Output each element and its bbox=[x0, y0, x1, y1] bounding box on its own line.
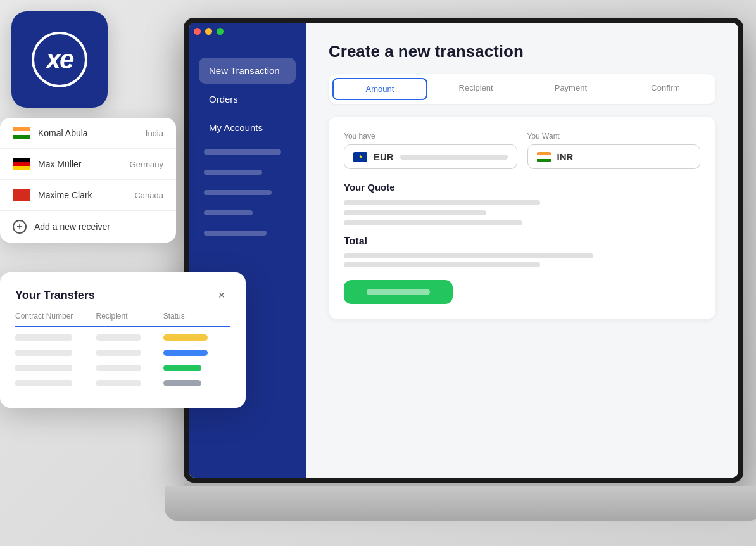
sidebar-item-new-transaction[interactable]: New Transaction bbox=[199, 58, 296, 84]
skeleton-bar bbox=[15, 365, 72, 371]
receiver-item-1[interactable]: Komal Abula India bbox=[0, 118, 176, 149]
transfers-title: Your Transfers bbox=[15, 289, 95, 302]
skeleton-bar bbox=[15, 334, 72, 341]
table-row bbox=[15, 380, 230, 386]
tab-recipient[interactable]: Recipient bbox=[430, 78, 522, 100]
from-currency-input[interactable]: ★ EUR bbox=[344, 144, 517, 169]
col-header-status: Status bbox=[163, 312, 230, 321]
close-button[interactable]: × bbox=[213, 286, 230, 304]
xe-logo-text: xe bbox=[46, 44, 73, 75]
sidebar-skeleton-4 bbox=[204, 210, 253, 215]
laptop-inner: New Transaction Orders My Accounts Creat… bbox=[189, 23, 738, 478]
receiver-country-2: Germany bbox=[130, 160, 163, 169]
from-currency-code: EUR bbox=[374, 151, 394, 162]
tab-payment[interactable]: Payment bbox=[525, 78, 617, 100]
quote-title: Your Quote bbox=[344, 182, 700, 193]
currency-row: You have ★ EUR You Want bbox=[344, 132, 700, 169]
laptop-screen: New Transaction Orders My Accounts Creat… bbox=[184, 18, 743, 483]
xe-logo-circle: xe bbox=[32, 32, 87, 87]
plus-icon: + bbox=[13, 220, 27, 234]
sidebar-skeleton-3 bbox=[204, 190, 272, 195]
traffic-light-yellow[interactable] bbox=[205, 28, 212, 35]
traffic-lights bbox=[194, 28, 224, 35]
from-amount-bar bbox=[400, 155, 508, 160]
total-line-1 bbox=[344, 253, 593, 258]
to-currency-input[interactable]: INR bbox=[527, 144, 701, 169]
step-tabs: Amount Recipient Payment Confirm bbox=[329, 74, 715, 104]
sidebar-item-my-accounts[interactable]: My Accounts bbox=[199, 115, 296, 141]
flag-germany-icon bbox=[13, 158, 30, 170]
quote-line-2 bbox=[344, 210, 486, 215]
traffic-light-red[interactable] bbox=[194, 28, 201, 35]
receiver-country-1: India bbox=[146, 129, 163, 138]
transfers-table: Contract Number Recipient Status bbox=[0, 312, 246, 408]
status-badge-yellow bbox=[163, 334, 208, 341]
skeleton-bar bbox=[15, 350, 72, 356]
you-want-label: You Want bbox=[527, 132, 701, 141]
status-badge-blue bbox=[163, 350, 208, 356]
skeleton-bar bbox=[96, 334, 141, 341]
laptop-frame: New Transaction Orders My Accounts Creat… bbox=[184, 18, 743, 521]
transfers-header: Your Transfers × bbox=[0, 272, 246, 312]
tab-amount[interactable]: Amount bbox=[332, 78, 427, 100]
receiver-name-1: Komal Abula bbox=[38, 128, 146, 138]
page-title: Create a new transaction bbox=[329, 42, 715, 61]
receiver-name-3: Maxime Clark bbox=[38, 190, 134, 200]
table-headers: Contract Number Recipient Status bbox=[15, 312, 230, 327]
sidebar-item-orders[interactable]: Orders bbox=[199, 86, 296, 112]
laptop-base bbox=[165, 486, 756, 521]
table-row bbox=[15, 350, 230, 356]
sidebar: New Transaction Orders My Accounts bbox=[189, 23, 306, 478]
eu-flag-icon: ★ bbox=[353, 152, 367, 162]
traffic-light-green[interactable] bbox=[217, 28, 224, 35]
add-receiver-label: Add a new receiver bbox=[34, 222, 110, 232]
transfers-modal: Your Transfers × Contract Number Recipie… bbox=[0, 272, 246, 408]
sidebar-skeleton-5 bbox=[204, 231, 267, 236]
transaction-card: You have ★ EUR You Want bbox=[329, 117, 715, 319]
status-badge-green bbox=[163, 365, 201, 371]
flag-india-icon bbox=[13, 127, 30, 139]
to-currency-code: INR bbox=[557, 151, 574, 162]
col-header-recipient: Recipient bbox=[96, 312, 163, 321]
tab-confirm[interactable]: Confirm bbox=[619, 78, 712, 100]
from-currency-col: You have ★ EUR bbox=[344, 132, 517, 169]
you-have-label: You have bbox=[344, 132, 517, 141]
to-currency-col: You Want INR bbox=[527, 132, 701, 169]
quote-line-1 bbox=[344, 200, 540, 205]
main-content: Create a new transaction Amount Recipien… bbox=[306, 23, 738, 478]
receiver-item-2[interactable]: Max Müller Germany bbox=[0, 149, 176, 180]
skeleton-bar bbox=[96, 365, 141, 371]
table-row bbox=[15, 365, 230, 371]
sidebar-skeleton-2 bbox=[204, 170, 262, 175]
xe-logo-card: xe bbox=[11, 11, 108, 108]
total-section: Total bbox=[344, 236, 700, 267]
col-header-contract: Contract Number bbox=[15, 312, 96, 321]
flag-canada-icon bbox=[13, 189, 30, 201]
quote-section: Your Quote bbox=[344, 182, 700, 225]
receiver-country-3: Canada bbox=[134, 191, 163, 200]
receivers-card: Komal Abula India Max Müller Germany Max… bbox=[0, 118, 176, 243]
sidebar-skeleton-1 bbox=[204, 149, 281, 155]
receiver-name-2: Max Müller bbox=[38, 159, 130, 169]
add-receiver-button[interactable]: + Add a new receiver bbox=[0, 211, 176, 243]
total-line-2 bbox=[344, 262, 540, 267]
inr-flag-icon bbox=[537, 152, 551, 162]
skeleton-bar bbox=[96, 350, 141, 356]
total-label: Total bbox=[344, 236, 700, 247]
skeleton-bar bbox=[15, 380, 72, 386]
skeleton-bar bbox=[96, 380, 141, 386]
cta-bar bbox=[367, 289, 430, 295]
cta-button[interactable] bbox=[344, 280, 453, 304]
table-row bbox=[15, 334, 230, 341]
status-badge-gray bbox=[163, 380, 201, 386]
total-lines bbox=[344, 253, 700, 267]
receiver-item-3[interactable]: Maxime Clark Canada bbox=[0, 180, 176, 211]
quote-line-3 bbox=[344, 220, 522, 225]
